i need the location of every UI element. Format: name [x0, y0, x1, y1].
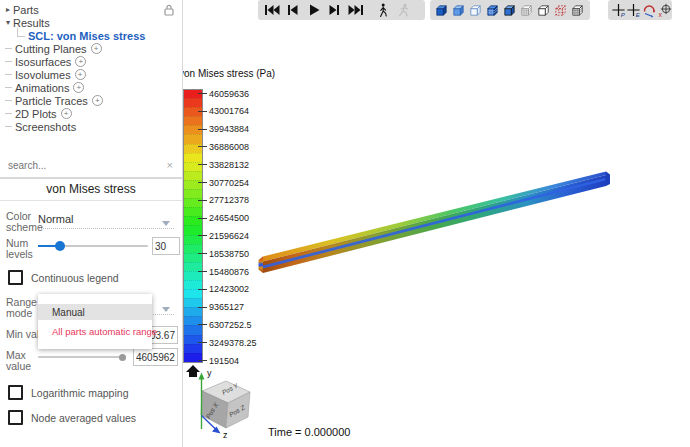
chevron-right-icon[interactable]: ▸ [3, 5, 13, 14]
legend-band [184, 98, 202, 107]
legend-band [184, 307, 202, 316]
tree-item-isosurfaces[interactable]: Isosurfaces+ [0, 55, 86, 68]
legend-band [184, 171, 202, 180]
continuous-legend-checkbox[interactable] [8, 270, 23, 285]
chevron-down-icon[interactable] [162, 307, 170, 312]
tree-item-screenshots[interactable]: Screenshots [0, 120, 76, 133]
add-icon[interactable]: + [73, 82, 84, 93]
legend-band [184, 198, 202, 207]
legend-title: von Mises stress (Pa) [179, 68, 275, 79]
add-icon[interactable]: + [91, 43, 102, 54]
cube-solid-button[interactable] [433, 1, 450, 19]
scene-tree-panel: ▸Parts▾ResultsSCL: von Mises stressCutti… [0, 0, 183, 178]
transform-rotate-button[interactable] [641, 1, 657, 19]
legend-band [184, 353, 202, 362]
view-mode-toolbar [430, 0, 590, 20]
legend-band [184, 244, 202, 253]
legend-band [184, 298, 202, 307]
skip-to-end-button[interactable] [345, 1, 366, 19]
playback-toolbar [258, 0, 425, 20]
max-value-input[interactable] [133, 348, 178, 366]
add-icon[interactable]: + [75, 69, 86, 80]
node-averaged-label: Node averaged values [31, 412, 136, 424]
legend-band [184, 134, 202, 143]
step-back-button[interactable] [282, 1, 303, 19]
legend-band [184, 216, 202, 225]
walk-person-button[interactable] [372, 1, 393, 19]
legend-band [184, 225, 202, 234]
legend-band [184, 316, 202, 325]
play-button[interactable] [303, 1, 324, 19]
cube-shaded-edges-button[interactable] [501, 1, 518, 19]
legend-band [184, 116, 202, 125]
tree-item-isovolumes[interactable]: Isovolumes+ [0, 68, 86, 81]
tree-branch-line [5, 126, 12, 127]
svg-text:x: x [659, 11, 663, 18]
cube-hidden-line-button[interactable] [535, 1, 552, 19]
chevron-down-icon[interactable] [162, 221, 170, 226]
step-forward-button[interactable] [324, 1, 345, 19]
tree-item-scl-von-mises-stress[interactable]: SCL: von Mises stress [0, 29, 145, 42]
node-averaged-checkbox[interactable] [8, 410, 23, 425]
legend-band [184, 125, 202, 134]
panel-title: von Mises stress [0, 179, 182, 201]
legend-band [184, 153, 202, 162]
tree-branch-line [5, 48, 12, 49]
max-value-slider[interactable] [38, 351, 126, 363]
legend-band [184, 253, 202, 262]
cube-wire-mesh-button[interactable] [569, 1, 586, 19]
logarithmic-mapping-label: Logarithmic mapping [31, 387, 128, 399]
continuous-legend-label: Continuous legend [31, 272, 119, 284]
run-person-button[interactable] [393, 1, 414, 19]
add-icon[interactable]: + [75, 56, 86, 67]
tree-branch-line [5, 61, 12, 62]
clear-search-icon[interactable]: × [167, 159, 173, 171]
tree-item-particle-traces[interactable]: Particle Traces+ [0, 94, 103, 107]
3d-viewport[interactable] [183, 21, 690, 447]
legend-band [184, 325, 202, 334]
logarithmic-mapping-checkbox[interactable] [8, 385, 23, 400]
legend-band [184, 180, 202, 189]
skip-to-start-button[interactable] [261, 1, 282, 19]
color-scheme-select[interactable]: Normal [38, 213, 73, 225]
search-bar: × [0, 157, 182, 177]
tree-item-animations[interactable]: Animations+ [0, 81, 84, 94]
tree-item-parts[interactable]: ▸Parts [0, 3, 39, 16]
search-input[interactable] [6, 159, 155, 172]
legend-band [184, 90, 202, 98]
variable-properties-panel: von Mises stress Color scheme Normal Num… [0, 178, 183, 447]
time-readout: Time = 0.000000 [268, 426, 350, 438]
cube-dashed-wireframe-button[interactable] [552, 1, 569, 19]
cube-transparent-button[interactable] [467, 1, 484, 19]
cube-shaded-mesh-button[interactable] [484, 1, 501, 19]
tree-item-2d-plots[interactable]: 2D Plots+ [0, 107, 72, 120]
option-manual[interactable]: Manual [38, 304, 152, 320]
tree-branch-line [17, 28, 25, 37]
legend-band [184, 144, 202, 153]
pick-part-button[interactable]: P [611, 1, 626, 19]
cube-gouraud-button[interactable] [450, 1, 467, 19]
num-levels-slider[interactable] [38, 240, 148, 252]
lock-icon[interactable] [164, 4, 174, 16]
legend-band [184, 271, 202, 280]
add-icon[interactable]: + [61, 108, 72, 119]
legend-color-bar[interactable] [183, 89, 203, 363]
tree-branch-line [5, 113, 12, 114]
application-window: Pos X Pos Z Pos Y y z von Mises stress (… [0, 0, 690, 447]
legend-band [184, 162, 202, 171]
option-all-parts-automatic-range[interactable]: All parts automatic range [38, 323, 152, 339]
range-mode-dropdown: Manual All parts automatic range [38, 294, 152, 349]
legend-band [184, 189, 202, 198]
legend-band [184, 335, 202, 344]
add-icon[interactable]: + [92, 95, 103, 106]
legend-band [184, 262, 202, 271]
legend-band [184, 344, 202, 353]
pick-element-button[interactable]: E [626, 1, 641, 19]
tree-item-cutting-planes[interactable]: Cutting Planes+ [0, 42, 102, 55]
cube-mesh-button[interactable] [518, 1, 535, 19]
tree-branch-line [5, 87, 12, 88]
center-of-transform-button[interactable]: x [657, 1, 673, 19]
chevron-down-icon[interactable]: ▾ [3, 18, 13, 27]
num-levels-input[interactable] [152, 237, 180, 255]
tree-branch-line [5, 74, 12, 75]
